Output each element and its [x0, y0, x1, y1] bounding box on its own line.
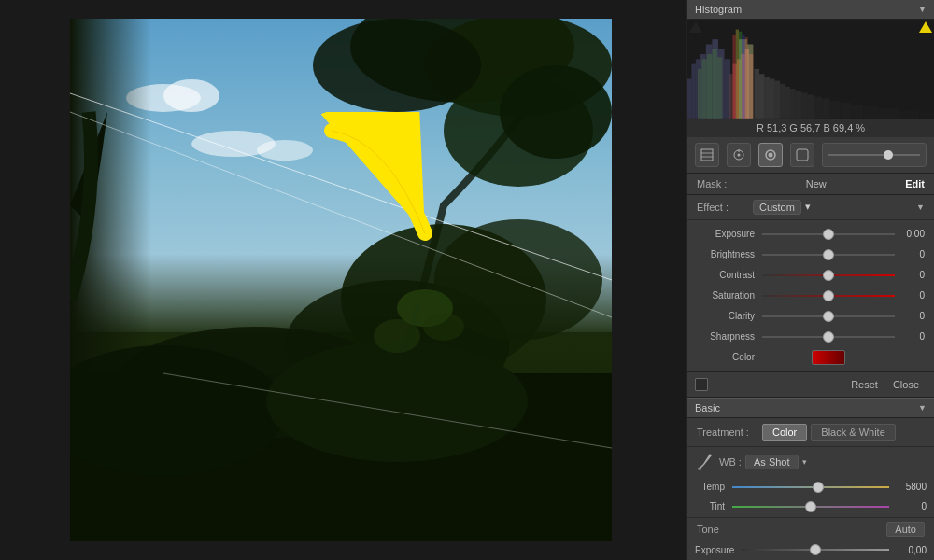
auto-tone-button[interactable]: Auto: [886, 522, 925, 537]
basic-exposure-thumb[interactable]: [810, 544, 821, 555]
reset-button[interactable]: Reset: [843, 377, 885, 392]
svg-rect-19: [687, 78, 691, 118]
treatment-label: Treatment :: [697, 427, 762, 438]
tint-label: Tint: [695, 501, 732, 511]
svg-rect-65: [701, 149, 713, 161]
right-panel: Histogram ▼: [686, 0, 934, 560]
effect-row: Effect : Custom ▾ ▼: [687, 195, 934, 220]
histogram-expand-icon[interactable]: ▼: [918, 5, 927, 14]
svg-rect-49: [801, 92, 808, 119]
svg-rect-64: [745, 37, 748, 119]
brightness-thumb[interactable]: [823, 249, 834, 260]
effect-value[interactable]: Custom: [753, 200, 801, 215]
basic-exposure-value: 0,00: [889, 545, 927, 555]
clipping-shadows-indicator[interactable]: [689, 21, 702, 33]
svg-rect-55: [851, 105, 863, 119]
eyedropper-tool[interactable]: [697, 452, 714, 472]
tool-opacity-thumb[interactable]: [884, 150, 893, 160]
histogram-header: Histogram ▼: [687, 0, 934, 20]
red-eye-tool[interactable]: [790, 143, 814, 167]
mask-row: Mask : New Edit: [687, 174, 934, 195]
histogram-title: Histogram: [695, 4, 742, 15]
basic-title: Basic: [695, 402, 720, 413]
contrast-label: Contrast: [695, 270, 762, 280]
adjustment-brush-tool[interactable]: [758, 143, 783, 167]
tool-opacity-slider[interactable]: [822, 143, 927, 167]
svg-rect-59: [920, 112, 934, 118]
basic-exposure-track: [742, 549, 889, 551]
svg-rect-53: [830, 101, 841, 119]
bw-treatment-button[interactable]: Black & White: [811, 424, 895, 441]
temp-label: Temp: [695, 482, 732, 492]
svg-rect-41: [759, 74, 765, 119]
temp-thumb[interactable]: [813, 482, 824, 493]
svg-point-13: [374, 319, 420, 353]
clarity-slider-row: Clarity 0: [687, 306, 934, 327]
saturation-slider-container[interactable]: [762, 289, 895, 302]
svg-rect-30: [712, 49, 717, 119]
saturation-thumb[interactable]: [823, 290, 834, 301]
exposure-value: 0,00: [895, 229, 927, 239]
mask-new-button[interactable]: New: [806, 178, 827, 189]
contrast-slider-container[interactable]: [762, 269, 895, 282]
exposure-thumb[interactable]: [823, 229, 834, 240]
mask-label: Mask :: [697, 178, 727, 189]
svg-rect-20: [691, 64, 695, 119]
tint-value: 0: [889, 501, 927, 511]
clarity-slider-container[interactable]: [762, 310, 895, 323]
tint-slider-container[interactable]: [732, 500, 889, 513]
basic-exposure-row: Exposure 0,00: [687, 540, 934, 560]
wb-value[interactable]: As Shot: [745, 455, 799, 469]
saturation-slider-row: Saturation 0: [687, 286, 934, 306]
contrast-thumb[interactable]: [823, 270, 834, 281]
show-mask-checkbox[interactable]: [695, 378, 708, 391]
svg-rect-63: [742, 35, 744, 119]
clarity-label: Clarity: [695, 311, 762, 321]
svg-rect-29: [707, 54, 713, 119]
sharpness-label: Sharpness: [695, 331, 762, 342]
svg-rect-46: [785, 87, 791, 119]
basic-exposure-label: Exposure: [695, 545, 742, 555]
svg-rect-43: [770, 78, 775, 118]
mask-edit-button[interactable]: Edit: [905, 178, 925, 189]
treatment-row: Treatment : Color Black & White: [687, 418, 934, 447]
effect-expand-icon[interactable]: ▼: [916, 203, 925, 212]
histogram-rgb-values: R 51,3 G 56,7 B 69,4 %: [687, 119, 934, 137]
svg-rect-60: [732, 35, 735, 119]
basic-expand-icon[interactable]: ▼: [918, 403, 927, 413]
wb-dropdown-icon[interactable]: ▾: [802, 457, 807, 467]
close-button[interactable]: Close: [885, 377, 927, 392]
svg-rect-48: [796, 91, 802, 119]
reset-close-row: Reset Close: [687, 371, 934, 398]
sharpness-slider-row: Sharpness 0: [687, 327, 934, 347]
trees-svg: [70, 19, 612, 541]
clipping-highlights-indicator[interactable]: [919, 21, 932, 33]
svg-point-75: [699, 468, 701, 470]
svg-rect-31: [717, 57, 723, 119]
sharpness-thumb[interactable]: [823, 331, 834, 343]
temp-slider-container[interactable]: [732, 481, 889, 494]
sharpness-slider-container[interactable]: [762, 330, 895, 343]
clarity-thumb[interactable]: [823, 311, 834, 322]
clarity-value: 0: [895, 311, 927, 321]
saturation-label: Saturation: [695, 290, 762, 301]
gradient-filter-tool[interactable]: [695, 143, 719, 167]
color-swatch[interactable]: [812, 350, 845, 365]
svg-rect-62: [739, 32, 742, 119]
basic-exposure-slider-container[interactable]: [742, 543, 889, 556]
effect-label: Effect :: [697, 202, 753, 213]
exposure-label: Exposure: [695, 229, 762, 239]
wb-label: WB :: [719, 456, 745, 468]
tool-icons-row: [687, 137, 934, 174]
contrast-value: 0: [895, 270, 927, 280]
saturation-value: 0: [895, 290, 927, 301]
saturation-track: [762, 295, 895, 297]
color-treatment-button[interactable]: Color: [762, 424, 807, 441]
radial-filter-tool[interactable]: [727, 143, 751, 167]
temp-value: 5800: [889, 482, 927, 492]
brightness-slider-container[interactable]: [762, 248, 895, 261]
effect-dropdown-icon[interactable]: ▾: [805, 201, 811, 213]
wb-row: WB : As Shot ▾: [687, 447, 934, 477]
tint-thumb[interactable]: [805, 501, 816, 512]
exposure-slider-container[interactable]: [762, 228, 895, 241]
